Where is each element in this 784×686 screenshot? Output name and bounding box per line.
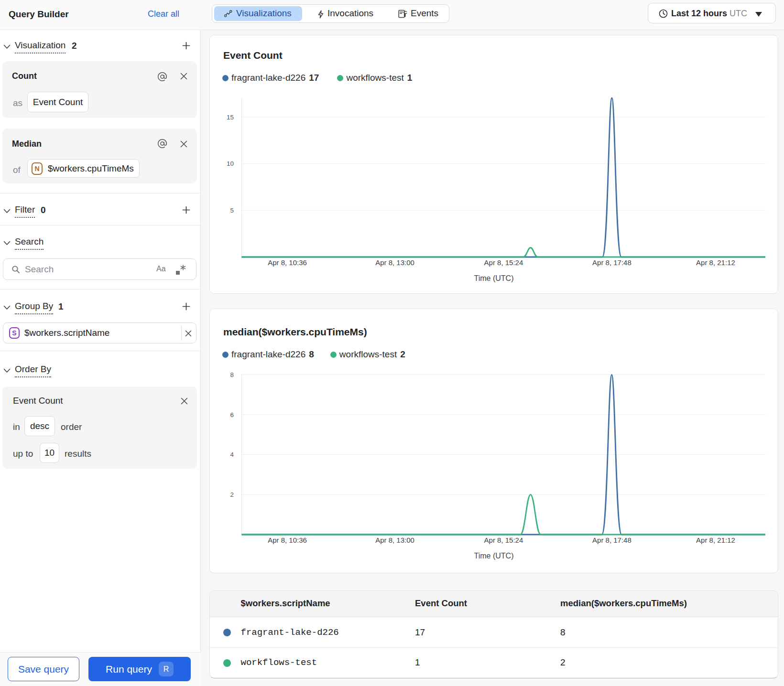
- svg-text:Apr 8, 10:36: Apr 8, 10:36: [268, 258, 307, 267]
- svg-text:5: 5: [230, 207, 234, 214]
- svg-text:10: 10: [227, 160, 234, 167]
- svg-text:Apr 8, 17:48: Apr 8, 17:48: [592, 258, 632, 267]
- svg-text:Apr 8, 21:12: Apr 8, 21:12: [696, 258, 735, 267]
- svg-text:Apr 8, 17:48: Apr 8, 17:48: [592, 536, 632, 544]
- svg-text:15: 15: [227, 114, 234, 121]
- svg-text:Apr 8, 15:24: Apr 8, 15:24: [484, 536, 523, 544]
- svg-text:Apr 8, 10:36: Apr 8, 10:36: [268, 536, 307, 544]
- svg-text:2: 2: [230, 491, 234, 498]
- svg-text:Time (UTC): Time (UTC): [474, 552, 514, 560]
- svg-text:6: 6: [230, 411, 234, 418]
- svg-text:Apr 8, 13:00: Apr 8, 13:00: [375, 258, 414, 267]
- svg-text:Apr 8, 13:00: Apr 8, 13:00: [375, 536, 414, 544]
- svg-text:Time (UTC): Time (UTC): [474, 274, 514, 282]
- svg-text:4: 4: [230, 451, 234, 458]
- svg-text:Apr 8, 21:12: Apr 8, 21:12: [696, 536, 735, 544]
- svg-text:Apr 8, 15:24: Apr 8, 15:24: [484, 258, 523, 267]
- svg-text:8: 8: [230, 371, 234, 378]
